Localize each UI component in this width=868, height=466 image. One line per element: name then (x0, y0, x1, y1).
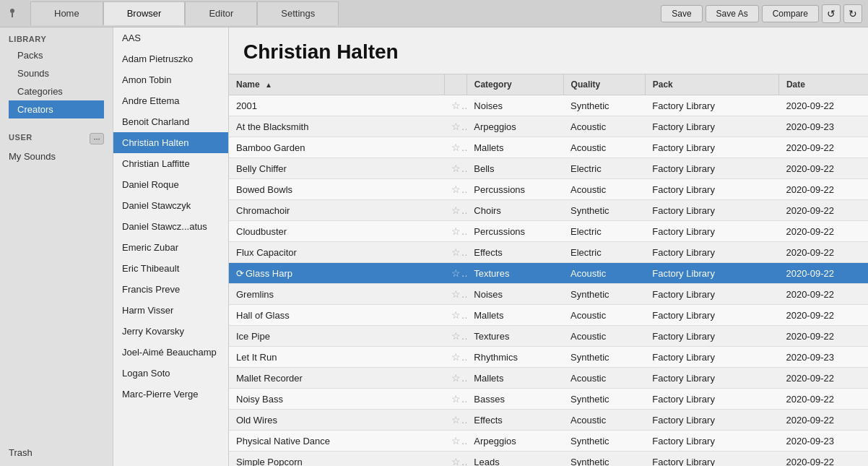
table-row[interactable]: Flux Capacitor☆EffectsElectricFactory Li… (229, 242, 868, 263)
compare-button[interactable]: Compare (762, 5, 819, 22)
table-row[interactable]: Belly Chiffer☆BellsElectricFactory Libra… (229, 158, 868, 179)
creator-item-daniel-stawczyk[interactable]: Daniel Stawczyk (113, 195, 228, 216)
play-icon: ⟳ (236, 268, 244, 279)
cell-star[interactable]: ☆ (444, 116, 466, 137)
table-row[interactable]: Gremlins☆NoisesSyntheticFactory Library2… (229, 284, 868, 305)
history-icon[interactable]: ↺ (822, 4, 841, 23)
table-row[interactable]: Bowed Bowls☆PercussionsAcousticFactory L… (229, 179, 868, 200)
cell-quality: Acoustic (563, 263, 645, 284)
main-body: LIBRARY Packs Sounds Categories Creators… (0, 27, 868, 466)
cell-star[interactable]: ☆ (444, 137, 466, 158)
creator-item-jerry-kovarsky[interactable]: Jerry Kovarsky (113, 321, 228, 342)
table-row[interactable]: Cloudbuster☆PercussionsElectricFactory L… (229, 221, 868, 242)
table-row[interactable]: Simple Popcorn☆LeadsSyntheticFactory Lib… (229, 452, 868, 467)
cell-category: Textures (466, 326, 563, 347)
save-button[interactable]: Save (661, 5, 702, 22)
col-date[interactable]: Date (778, 74, 868, 95)
svg-point-0 (10, 9, 14, 13)
cell-category: Bells (466, 158, 563, 179)
cell-star[interactable]: ☆ (444, 305, 466, 326)
col-category[interactable]: Category (466, 74, 563, 95)
col-pack[interactable]: Pack (645, 74, 778, 95)
cell-star[interactable]: ☆ (444, 200, 466, 221)
sounds-table-container[interactable]: Name ▲ Category Quality Pack Date 2001☆N… (229, 74, 868, 466)
cell-name: Physical Native Dance (229, 431, 444, 452)
refresh-icon[interactable]: ↻ (843, 4, 862, 23)
cell-date: 2020-09-23 (778, 347, 868, 368)
creator-item-logan-soto[interactable]: Logan Soto (113, 363, 228, 384)
cell-star[interactable]: ☆ (444, 431, 466, 452)
cell-date: 2020-09-22 (778, 179, 868, 200)
creator-item-marc-pierre-verge[interactable]: Marc-Pierre Verge (113, 384, 228, 405)
col-name[interactable]: Name ▲ (229, 74, 444, 95)
save-as-button[interactable]: Save As (706, 5, 759, 22)
col-quality[interactable]: Quality (563, 74, 645, 95)
creator-item-daniel-roque[interactable]: Daniel Roque (113, 174, 228, 195)
cell-star[interactable]: ☆ (444, 389, 466, 410)
table-row[interactable]: ⟳Glass Harp☆TexturesAcousticFactory Libr… (229, 263, 868, 284)
pin-icon[interactable] (6, 7, 19, 20)
creator-item-eric-thibeault[interactable]: Eric Thibeault (113, 258, 228, 279)
creator-item-emeric-zubar[interactable]: Emeric Zubar (113, 237, 228, 258)
table-row[interactable]: Mallet Recorder☆MalletsAcousticFactory L… (229, 368, 868, 389)
table-row[interactable]: Hall of Glass☆MalletsAcousticFactory Lib… (229, 305, 868, 326)
creator-item-francis-preve[interactable]: Francis Preve (113, 279, 228, 300)
cell-name: Ice Pipe (229, 326, 444, 347)
creator-item-joel-aime-beauchamp[interactable]: Joel-Aimé Beauchamp (113, 342, 228, 363)
creator-item-amon-tobin[interactable]: Amon Tobin (113, 69, 228, 90)
user-more-button[interactable]: ··· (90, 133, 104, 144)
cell-date: 2020-09-22 (778, 158, 868, 179)
cell-star[interactable]: ☆ (444, 326, 466, 347)
cell-name: Simple Popcorn (229, 452, 444, 467)
nav-categories[interactable]: Categories (9, 82, 104, 100)
tab-home[interactable]: Home (30, 1, 103, 25)
cell-star[interactable]: ☆ (444, 368, 466, 389)
cell-quality: Acoustic (563, 137, 645, 158)
table-row[interactable]: Noisy Bass☆BassesSyntheticFactory Librar… (229, 389, 868, 410)
cell-category: Noises (466, 95, 563, 116)
cell-star[interactable]: ☆ (444, 95, 466, 116)
cell-star[interactable]: ☆ (444, 284, 466, 305)
creator-item-christian-laffitte[interactable]: Christian Laffitte (113, 153, 228, 174)
creator-item-harm-visser[interactable]: Harm Visser (113, 300, 228, 321)
cell-star[interactable]: ☆ (444, 242, 466, 263)
nav-trash[interactable]: Trash (9, 444, 104, 462)
table-row[interactable]: Chromachoir☆ChoirsSyntheticFactory Libra… (229, 200, 868, 221)
cell-pack: Factory Library (645, 200, 778, 221)
cell-star[interactable]: ☆ (444, 347, 466, 368)
table-row[interactable]: Ice Pipe☆TexturesAcousticFactory Library… (229, 326, 868, 347)
cell-name: Belly Chiffer (229, 158, 444, 179)
cell-star[interactable]: ☆ (444, 221, 466, 242)
cell-star[interactable]: ☆ (444, 158, 466, 179)
tab-settings[interactable]: Settings (257, 1, 339, 25)
table-row[interactable]: Bamboo Garden☆MalletsAcousticFactory Lib… (229, 137, 868, 158)
table-row[interactable]: At the Blacksmith☆ArpeggiosAcousticFacto… (229, 116, 868, 137)
table-row[interactable]: Physical Native Dance☆ArpeggiosSynthetic… (229, 431, 868, 452)
creator-item-christian-halten[interactable]: Christian Halten (113, 132, 228, 153)
cell-category: Rhythmics (466, 347, 563, 368)
nav-tabs: Home Browser Editor Settings (30, 1, 339, 25)
cell-star[interactable]: ☆ (444, 452, 466, 467)
cell-quality: Electric (563, 242, 645, 263)
cell-quality: Synthetic (563, 389, 645, 410)
cell-star[interactable]: ☆ (444, 410, 466, 431)
nav-creators[interactable]: Creators (9, 100, 104, 118)
table-row[interactable]: Old Wires☆EffectsAcousticFactory Library… (229, 410, 868, 431)
cell-quality: Synthetic (563, 431, 645, 452)
nav-my-sounds[interactable]: My Sounds (0, 147, 113, 165)
cell-star[interactable]: ☆ (444, 179, 466, 200)
library-header: LIBRARY (9, 35, 104, 43)
creator-item-benoit-charland[interactable]: Benoit Charland (113, 111, 228, 132)
tab-browser[interactable]: Browser (103, 1, 186, 25)
cell-star[interactable]: ☆ (444, 263, 466, 284)
nav-packs[interactable]: Packs (9, 46, 104, 64)
table-row[interactable]: 2001☆NoisesSyntheticFactory Library2020-… (229, 95, 868, 116)
tab-editor[interactable]: Editor (185, 1, 257, 25)
nav-sounds[interactable]: Sounds (9, 64, 104, 82)
creator-item-andre-ettema[interactable]: Andre Ettema (113, 90, 228, 111)
creator-item-adam-pietruszko[interactable]: Adam Pietruszko (113, 48, 228, 69)
creator-item-aas[interactable]: AAS (113, 27, 228, 48)
table-row[interactable]: Let It Run☆RhythmicsSyntheticFactory Lib… (229, 347, 868, 368)
cell-name: Flux Capacitor (229, 242, 444, 263)
creator-item-daniel-stawczyk-atus[interactable]: Daniel Stawcz...atus (113, 216, 228, 237)
